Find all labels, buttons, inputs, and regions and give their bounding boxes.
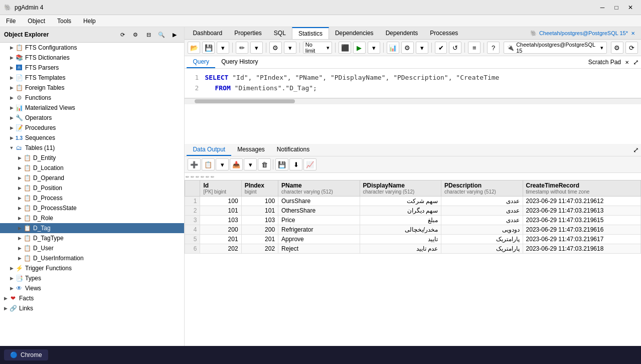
- expand-editor-icon[interactable]: ⤢: [633, 58, 639, 66]
- filter-dropdown-button[interactable]: ▾: [284, 42, 296, 54]
- tree-item-d-userinfo[interactable]: ▶ 📋 D_UserInformation: [0, 253, 184, 263]
- explain-options-button[interactable]: ⚙: [401, 42, 414, 54]
- tree-item-d-process[interactable]: ▶ 📋 D_Process: [0, 193, 184, 203]
- cell-pindex[interactable]: 100: [241, 197, 278, 206]
- cell-createtime[interactable]: 2023-06-29 11:47:03.219618: [523, 244, 640, 254]
- cell-id[interactable]: 200: [200, 225, 241, 235]
- tab-messages[interactable]: Messages: [231, 144, 271, 156]
- tree-item-d-role[interactable]: ▶ 📋 D_Role: [0, 213, 184, 223]
- cell-pdescription[interactable]: پارامتریک: [441, 244, 523, 254]
- save-dropdown-button[interactable]: ▾: [217, 42, 229, 54]
- paste-dropdown-button[interactable]: ▾: [244, 158, 257, 170]
- delete-rows-button[interactable]: 🗑: [258, 158, 271, 170]
- paste-rows-button[interactable]: 📥: [230, 158, 243, 170]
- copy-dropdown-button[interactable]: ▾: [216, 158, 229, 170]
- cell-id[interactable]: 100: [200, 197, 241, 206]
- sql-editor[interactable]: 1 SELECT "Id", "PIndex", "PName", "PDisp…: [185, 69, 641, 98]
- editor-scrollbar-thumb[interactable]: [195, 99, 295, 103]
- explorer-search-button[interactable]: 🔍: [156, 29, 167, 40]
- tab-dashboard[interactable]: Dashboard: [187, 28, 228, 39]
- explain-button[interactable]: 📊: [387, 42, 399, 54]
- tree-item-sequences[interactable]: ▶ 1.3 Sequences: [0, 133, 184, 143]
- refresh-button[interactable]: ⟳: [625, 42, 638, 54]
- tree-item-fts-dictionaries[interactable]: ▶ 📚 FTS Dictionaries: [0, 53, 184, 63]
- macros-button[interactable]: ≡: [468, 42, 480, 54]
- minimize-button[interactable]: ─: [596, 3, 609, 13]
- tree-item-views[interactable]: ▶ 👁 Views: [0, 283, 184, 293]
- cell-pdescription[interactable]: عددی: [441, 206, 523, 216]
- tree-item-d-processstate[interactable]: ▶ 📋 D_ProcessState: [0, 203, 184, 213]
- tree-item-tables[interactable]: ▼ 🗂 Tables (11): [0, 143, 184, 153]
- menu-tools[interactable]: Tools: [53, 17, 75, 26]
- cell-createtime[interactable]: 2023-06-29 11:47:03.219613: [523, 206, 640, 216]
- chart-button[interactable]: 📈: [303, 158, 316, 170]
- table-row[interactable]: 1 100 100 OursShare سهم شرکت عددی 2023-0…: [185, 197, 641, 206]
- run-button[interactable]: ▶: [353, 42, 366, 54]
- scratch-pad-close[interactable]: ✕: [625, 60, 629, 65]
- table-row[interactable]: 3 103 103 Price مبلغ عددی 2023-06-29 11:…: [185, 216, 641, 225]
- tab-processes[interactable]: Processes: [424, 28, 464, 39]
- tree-item-functions[interactable]: ▶ ⚙ Functions: [0, 93, 184, 103]
- col-edit-pindex[interactable]: ✏: [190, 174, 195, 179]
- cell-id[interactable]: 101: [200, 206, 241, 216]
- cell-pname[interactable]: OursShare: [278, 197, 360, 206]
- add-row-button[interactable]: ➕: [188, 158, 201, 170]
- table-row[interactable]: 5 201 201 Approve تایید پارامتریک 2023-0…: [185, 235, 641, 244]
- row-limit-dropdown[interactable]: No limit ▾: [303, 42, 332, 54]
- db-connection-selector[interactable]: 🔌 Cheetah/postgres@PostgreSQL 15 ▾: [504, 42, 607, 54]
- tree-item-operators[interactable]: ▶ 🔧 Operators: [0, 113, 184, 123]
- tree-item-procedures[interactable]: ▶ 📝 Procedures: [0, 123, 184, 133]
- save-data-button[interactable]: 💾: [275, 158, 288, 170]
- cell-pdescription[interactable]: عددی: [441, 216, 523, 225]
- tree-item-d-position[interactable]: ▶ 📋 D_Position: [0, 183, 184, 193]
- cell-pdescription[interactable]: عددی: [441, 197, 523, 206]
- cell-pdisplayname[interactable]: مبلغ: [360, 216, 441, 225]
- tree-item-trigger-functions[interactable]: ▶ ⚡ Trigger Functions: [0, 263, 184, 273]
- cell-pdescription[interactable]: دودویی: [441, 225, 523, 235]
- tree-item-foreign-tables[interactable]: ▶ 📋 Foreign Tables: [0, 83, 184, 93]
- explorer-query-button[interactable]: ▶: [169, 29, 180, 40]
- cell-pname[interactable]: Approve: [278, 235, 360, 244]
- tree-item-d-tag[interactable]: ▶ 📋 D_Tag: [0, 223, 184, 233]
- col-edit-pdisplayname[interactable]: ✏: [200, 174, 205, 179]
- manage-macros-button[interactable]: ⚙: [611, 42, 623, 54]
- cell-pdisplayname[interactable]: تایید: [360, 235, 441, 244]
- tree-item-d-location[interactable]: ▶ 📋 D_Location: [0, 163, 184, 173]
- cell-id[interactable]: 103: [200, 216, 241, 225]
- tab-properties[interactable]: Properties: [228, 28, 268, 39]
- cell-pdisplayname[interactable]: سهم شرکت: [360, 197, 441, 206]
- cell-pdisplayname[interactable]: سهم دیگران: [360, 206, 441, 216]
- cell-pindex[interactable]: 103: [241, 216, 278, 225]
- cell-pdescription[interactable]: پارامتریک: [441, 235, 523, 244]
- tab-query-history[interactable]: Query History: [215, 56, 264, 68]
- cell-pname[interactable]: Refrigerator: [278, 225, 360, 235]
- cell-createtime[interactable]: 2023-06-29 11:47:03.219617: [523, 235, 640, 244]
- commit-button[interactable]: ✔: [435, 42, 447, 54]
- tree-item-fts-configurations[interactable]: ▶ 📋 FTS Configurations: [0, 43, 184, 53]
- explorer-collapse-button[interactable]: ⊟: [143, 29, 154, 40]
- table-row[interactable]: 2 101 101 OthersShare سهم دیگران عددی 20…: [185, 206, 641, 216]
- tree-item-fts-parsers[interactable]: ▶ 🅰 FTS Parsers: [0, 63, 184, 73]
- cell-pdisplayname[interactable]: عدم تایید: [360, 244, 441, 254]
- menu-object[interactable]: Object: [24, 17, 49, 26]
- tab-data-output[interactable]: Data Output: [187, 144, 231, 156]
- menu-help[interactable]: Help: [79, 17, 100, 26]
- cell-pname[interactable]: Price: [278, 216, 360, 225]
- tab-notifications[interactable]: Notifications: [271, 144, 315, 156]
- tree-item-links[interactable]: ▶ 🔗 Links: [0, 303, 184, 313]
- explorer-filter-button[interactable]: ⚙: [130, 29, 141, 40]
- cell-pdisplayname[interactable]: مخدر/یخچالی: [360, 225, 441, 235]
- open-file-button[interactable]: 📂: [188, 42, 200, 54]
- tree-item-d-tagtype[interactable]: ▶ 📋 D_TagType: [0, 233, 184, 243]
- edit-button[interactable]: ✏: [236, 42, 248, 54]
- tree-item-fts-templates[interactable]: ▶ 📄 FTS Templates: [0, 73, 184, 83]
- cell-id[interactable]: 201: [200, 235, 241, 244]
- table-row[interactable]: 6 202 202 Reject عدم تایید پارامتریک 202…: [185, 244, 641, 254]
- cell-createtime[interactable]: 2023-06-29 11:47:03.219616: [523, 225, 640, 235]
- copy-rows-button[interactable]: 📋: [202, 158, 215, 170]
- tree-item-d-entity[interactable]: ▶ 📋 D_Entity: [0, 153, 184, 163]
- cell-id[interactable]: 202: [200, 244, 241, 254]
- rollback-button[interactable]: ↺: [449, 42, 461, 54]
- filter-button[interactable]: ⚙: [269, 42, 282, 54]
- tree-item-d-operand[interactable]: ▶ 📋 D_Operand: [0, 173, 184, 183]
